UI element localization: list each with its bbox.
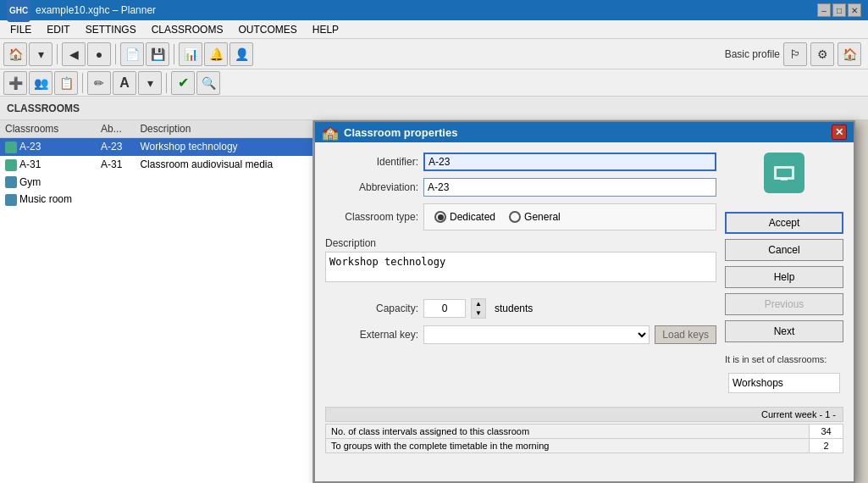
- next-button[interactable]: Next: [725, 320, 843, 342]
- tool-check[interactable]: ✔: [171, 71, 195, 95]
- list-item: Workshops: [733, 377, 836, 389]
- students-label: students: [495, 303, 533, 314]
- sep4: [82, 73, 83, 93]
- table-row[interactable]: Music room: [0, 191, 312, 208]
- col-abbr: Ab...: [96, 120, 135, 138]
- cell-name: Music room: [0, 191, 96, 208]
- help-button[interactable]: Help: [725, 266, 843, 288]
- classrooms-set-label: It is in set of classrooms:: [725, 354, 843, 364]
- description-input[interactable]: Workshop technology: [325, 252, 716, 282]
- menu-classrooms[interactable]: CLASSROOMS: [145, 22, 230, 37]
- stat-row-2: To groups with the complete timetable in…: [326, 439, 843, 453]
- profile-home-button[interactable]: 🏠: [838, 42, 861, 66]
- classroom-large-icon: [764, 153, 804, 193]
- cell-abbr: A-23: [96, 138, 135, 156]
- cell-name: A-23: [0, 138, 96, 156]
- tool-copy[interactable]: 📋: [54, 71, 78, 95]
- forward-button[interactable]: ●: [87, 42, 111, 66]
- cell-desc: Workshop technology: [135, 138, 312, 156]
- close-button[interactable]: ✕: [848, 3, 861, 17]
- cell-desc: Classroom audiovisual media: [135, 156, 312, 174]
- previous-button[interactable]: Previous: [725, 293, 843, 315]
- type-dedicated-option[interactable]: Dedicated: [434, 211, 495, 223]
- titlebar-controls[interactable]: – □ ✕: [817, 3, 861, 17]
- cell-desc: [135, 191, 312, 208]
- external-key-row: External key: Load keys: [325, 325, 716, 344]
- load-keys-button[interactable]: Load keys: [655, 325, 716, 344]
- save-button[interactable]: 💾: [146, 42, 169, 66]
- stat-row-1: No. of class intervals assigned to this …: [326, 425, 843, 439]
- classroom-icon-area: [725, 153, 843, 200]
- menu-help[interactable]: HELP: [306, 22, 346, 37]
- cell-abbr: A-31: [96, 156, 135, 174]
- tool-dropdown[interactable]: ▾: [138, 71, 162, 95]
- sep5: [166, 73, 167, 93]
- classroom-type-label: Classroom type:: [325, 211, 418, 223]
- description-label: Description: [325, 237, 716, 249]
- dialog: 🏫 Classroom properties ✕ Identifier: Abb…: [313, 120, 855, 483]
- menu-settings[interactable]: SETTINGS: [79, 22, 143, 37]
- bell-button[interactable]: 🔔: [204, 42, 228, 66]
- dialog-titlebar: 🏫 Classroom properties ✕: [315, 122, 854, 142]
- maximize-button[interactable]: □: [832, 3, 846, 17]
- dialog-title: Classroom properties: [344, 126, 457, 139]
- stats-table: No. of class intervals assigned to this …: [325, 424, 843, 453]
- classrooms-bar: CLASSROOMS: [0, 97, 868, 120]
- table-row[interactable]: Gym: [0, 174, 312, 192]
- tool-add[interactable]: ➕: [3, 71, 27, 95]
- minimize-button[interactable]: –: [817, 3, 831, 17]
- titlebar: GHC example10.xghc – Planner – □ ✕: [0, 0, 868, 20]
- back-button[interactable]: ◀: [62, 42, 86, 66]
- tool-filter[interactable]: 🔍: [196, 71, 220, 95]
- cell-abbr: [96, 191, 135, 208]
- table-row[interactable]: A-31 A-31 Classroom audiovisual media: [0, 156, 312, 174]
- dedicated-radio[interactable]: [434, 211, 446, 223]
- tool-edit[interactable]: ✏: [87, 71, 111, 95]
- new-button[interactable]: 📄: [120, 42, 144, 66]
- main-area: Classrooms Ab... Description A-23 A-23 W…: [0, 120, 868, 483]
- tool-group[interactable]: 👥: [29, 71, 53, 95]
- profile-settings-button[interactable]: ⚙: [810, 42, 834, 66]
- general-label: General: [524, 211, 561, 223]
- sep1: [57, 44, 58, 64]
- abbreviation-row: Abbreviation:: [325, 178, 716, 197]
- col-classrooms: Classrooms: [0, 120, 96, 138]
- profile-label: Basic profile: [725, 48, 780, 60]
- dialog-bottom: Current week - 1 - No. of class interval…: [315, 407, 854, 460]
- menu-outcomes[interactable]: OUTCOMES: [231, 22, 303, 37]
- spin-up-button[interactable]: ▲: [472, 299, 485, 308]
- graph-button[interactable]: 📊: [179, 42, 202, 66]
- capacity-spinner[interactable]: ▲ ▼: [471, 298, 486, 319]
- capacity-input[interactable]: [423, 299, 466, 318]
- identifier-input[interactable]: [423, 153, 716, 171]
- sep2: [115, 44, 116, 64]
- user-button[interactable]: 👤: [229, 42, 253, 66]
- cell-name: Gym: [0, 174, 96, 192]
- col-desc: Description: [135, 120, 312, 138]
- spin-down-button[interactable]: ▼: [472, 308, 485, 318]
- external-key-select[interactable]: [423, 325, 650, 344]
- classroom-table: Classrooms Ab... Description A-23 A-23 W…: [0, 120, 312, 208]
- svg-rect-2: [781, 178, 788, 180]
- ghc-home-button[interactable]: 🏠: [3, 42, 27, 66]
- dialog-close-button[interactable]: ✕: [832, 125, 847, 140]
- accept-button[interactable]: Accept: [725, 212, 843, 234]
- dropdown-button[interactable]: ▾: [29, 42, 53, 66]
- capacity-row: Capacity: ▲ ▼ students: [325, 298, 716, 319]
- description-section: Description Workshop technology: [325, 237, 716, 291]
- classroom-type-group: Dedicated General: [423, 203, 716, 230]
- identifier-row: Identifier:: [325, 153, 716, 171]
- menu-file[interactable]: FILE: [3, 22, 38, 37]
- profile-flag-button[interactable]: 🏳: [783, 42, 807, 66]
- current-week-bar: Current week - 1 -: [325, 407, 843, 422]
- type-general-option[interactable]: General: [509, 211, 561, 223]
- titlebar-left: GHC example10.xghc – Planner: [7, 0, 156, 22]
- cell-name: A-31: [0, 156, 96, 174]
- general-radio[interactable]: [509, 211, 521, 223]
- menu-edit[interactable]: EDIT: [40, 22, 76, 37]
- app-logo: GHC: [7, 0, 30, 22]
- tool-text[interactable]: A: [113, 71, 136, 95]
- table-row[interactable]: A-23 A-23 Workshop technology: [0, 138, 312, 156]
- cancel-button[interactable]: Cancel: [725, 239, 843, 261]
- abbreviation-input[interactable]: [423, 178, 716, 197]
